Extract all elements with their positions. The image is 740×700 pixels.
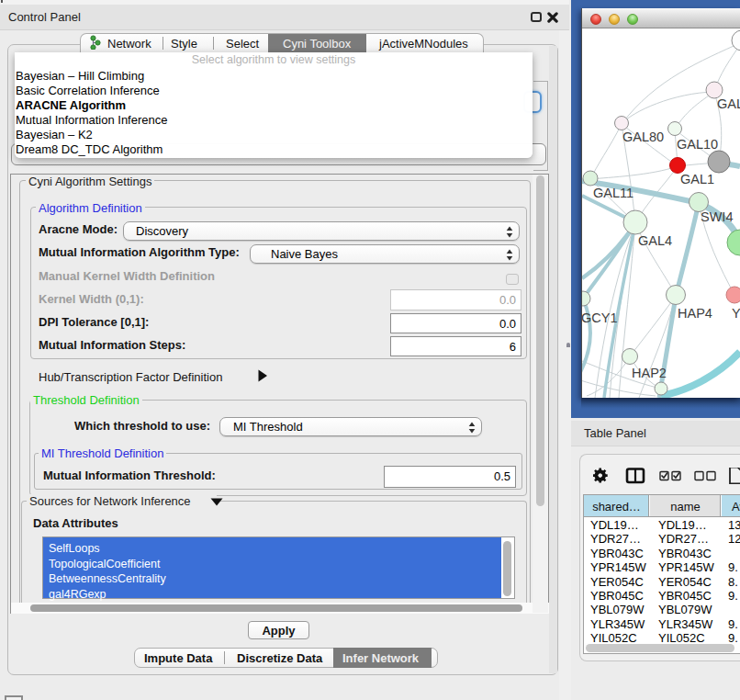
svg-text:GCY1: GCY1	[582, 310, 618, 325]
svg-text:HAP2: HAP2	[632, 366, 667, 380]
svg-text:GAL11: GAL11	[593, 186, 633, 200]
svg-text:GAL4: GAL4	[638, 233, 672, 248]
svg-text:GAL80: GAL80	[622, 130, 664, 144]
svg-text:GAL7: GAL7	[717, 96, 740, 111]
svg-text:HAP4: HAP4	[678, 306, 712, 321]
svg-text:GAL10: GAL10	[677, 137, 718, 152]
svg-text:SWI4: SWI4	[701, 209, 733, 224]
svg-text:GAL1: GAL1	[680, 172, 714, 186]
svg-text:Y: Y	[732, 306, 740, 321]
